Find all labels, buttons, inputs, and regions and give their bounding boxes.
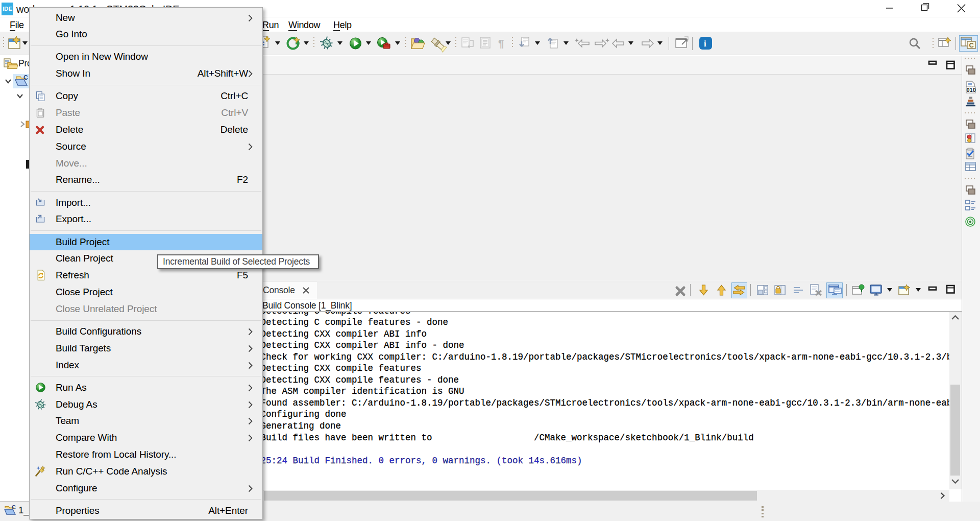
svg-text:i: i: [704, 39, 706, 49]
svg-text:010: 010: [967, 87, 976, 93]
svg-text:¶: ¶: [498, 37, 504, 49]
svg-text:C: C: [23, 74, 28, 81]
svg-text:C: C: [969, 41, 974, 49]
svg-text:C: C: [12, 504, 16, 510]
